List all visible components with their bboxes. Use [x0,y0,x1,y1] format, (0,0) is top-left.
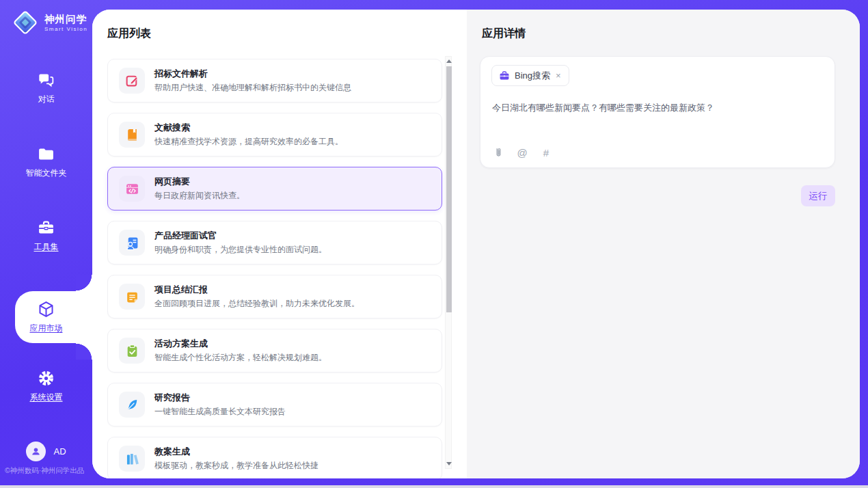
books-icon [119,446,145,472]
scrollbar[interactable] [445,56,452,469]
chat-icon [37,71,55,90]
app-card[interactable]: 研究报告 一键智能生成高质量长文本研究报告 [107,383,442,426]
sidebar-item-gear[interactable]: 系统设置 [0,369,92,411]
paperclip-icon[interactable] [492,146,504,159]
bottom-strip [0,485,868,488]
hash-icon[interactable]: # [540,146,552,159]
app-detail-pane: 应用详情 Bing搜索 × 今日湖北有哪些新闻要点？有哪些需要关注的最新政策？ … [467,10,860,478]
app-list-title: 应用列表 [107,27,151,41]
brand-logo-icon [11,8,40,37]
pen-square-icon [119,68,145,94]
clipboard-check-icon [119,338,145,364]
sidebar-item-label: 工具集 [34,241,59,253]
folder-icon [37,145,55,163]
sidebar-item-label: 智能文件夹 [26,167,67,179]
user-avatar-icon [26,442,46,461]
app-card-title: 招标文件解析 [154,68,351,79]
user-row[interactable]: AD [0,442,92,461]
briefcase-icon [499,70,510,81]
quill-icon [119,392,145,418]
app-card-description: 每日政府新闻资讯快查。 [154,190,245,202]
book-icon [119,122,145,148]
brand-name: 神州问学 [44,14,87,25]
cube-icon [37,300,55,318]
toolbox-icon [37,219,55,237]
sidebar-item-cube[interactable]: 应用市场 [0,291,92,343]
app-card-title: 活动方案生成 [154,338,327,349]
main-panel: 应用列表 招标文件解析 帮助用户快速、准确地理解和解析招标书中的关键信息 文献搜… [92,10,860,478]
sidebar-item-chat[interactable]: 对话 [0,71,92,113]
sidebar-footer: ©神州数码·神州问学出品 [5,466,84,476]
app-detail-title: 应用详情 [482,27,526,41]
scrollbar-arrow-down-icon[interactable] [446,462,452,465]
brand: 神州问学 Smart Vision [11,8,87,37]
prompt-card: Bing搜索 × 今日湖北有哪些新闻要点？有哪些需要关注的最新政策？ @# [480,56,835,168]
app-card-title: 网页摘要 [154,176,245,187]
app-card[interactable]: 招标文件解析 帮助用户快速、准确地理解和解析招标书中的关键信息 [107,59,442,103]
tool-tag-close-icon[interactable]: × [555,71,562,80]
sidebar-item-label: 对话 [38,94,55,105]
app-card-title: 产品经理面试官 [154,230,327,241]
app-card[interactable]: 网页摘要 每日政府新闻资讯快查。 [107,167,442,211]
brand-subtitle: Smart Vision [44,26,87,32]
app-card-description: 智能生成个性化活动方案，轻松解决规划难题。 [154,352,327,364]
app-card-description: 明确身份和职责，为您提供专业性的面试问题。 [154,244,327,256]
prompt-input[interactable]: 今日湖北有哪些新闻要点？有哪些需要关注的最新政策？ [492,102,824,114]
at-icon[interactable]: @ [516,146,528,159]
app-card-title: 研究报告 [154,392,286,403]
attach-row: @# [492,146,552,159]
sidebar: 神州问学 Smart Vision 对话 智能文件夹 工具集 应用市场 系统设置 [0,0,92,488]
app-card-title: 项目总结汇报 [154,284,360,295]
sidebar-item-toolbox[interactable]: 工具集 [0,219,92,261]
tool-tag[interactable]: Bing搜索 × [491,65,569,86]
app-card-title: 教案生成 [154,446,318,457]
app-card[interactable]: 项目总结汇报 全面回顾项目进展，总结经验教训，助力未来优化发展。 [107,275,442,318]
app-card[interactable]: 教案生成 模板驱动，教案秒成，教学准备从此轻松快捷 [107,437,442,478]
app-card[interactable]: 文献搜索 快速精准查找学术资源，提高研究效率的必备工具。 [107,113,442,157]
sidebar-item-label: 系统设置 [30,392,63,403]
gear-icon [37,369,55,388]
app-card[interactable]: 产品经理面试官 明确身份和职责，为您提供专业性的面试问题。 [107,221,442,265]
note-icon [119,284,145,310]
app-card[interactable]: 活动方案生成 智能生成个性化活动方案，轻松解决规划难题。 [107,329,442,372]
person-doc-icon [119,230,145,256]
browser-code-icon [119,176,145,202]
run-button[interactable]: 运行 [801,185,835,206]
user-initials: AD [53,446,66,457]
app-card-list: 招标文件解析 帮助用户快速、准确地理解和解析招标书中的关键信息 文献搜索 快速精… [107,59,442,478]
app-card-description: 一键智能生成高质量长文本研究报告 [154,406,286,418]
scrollbar-thumb[interactable] [446,66,452,312]
app-card-description: 模板驱动，教案秒成，教学准备从此轻松快捷 [154,460,318,472]
sidebar-item-folder[interactable]: 智能文件夹 [0,145,92,187]
app-card-description: 快速精准查找学术资源，提高研究效率的必备工具。 [154,136,343,148]
app-card-description: 全面回顾项目进展，总结经验教训，助力未来优化发展。 [154,298,360,310]
tool-tag-label: Bing搜索 [515,70,550,82]
sidebar-item-label: 应用市场 [30,323,63,334]
app-card-description: 帮助用户快速、准确地理解和解析招标书中的关键信息 [154,82,351,94]
app-list-pane: 应用列表 招标文件解析 帮助用户快速、准确地理解和解析招标书中的关键信息 文献搜… [92,10,467,478]
app-card-title: 文献搜索 [154,122,343,133]
scrollbar-arrow-up-icon[interactable] [446,59,452,63]
